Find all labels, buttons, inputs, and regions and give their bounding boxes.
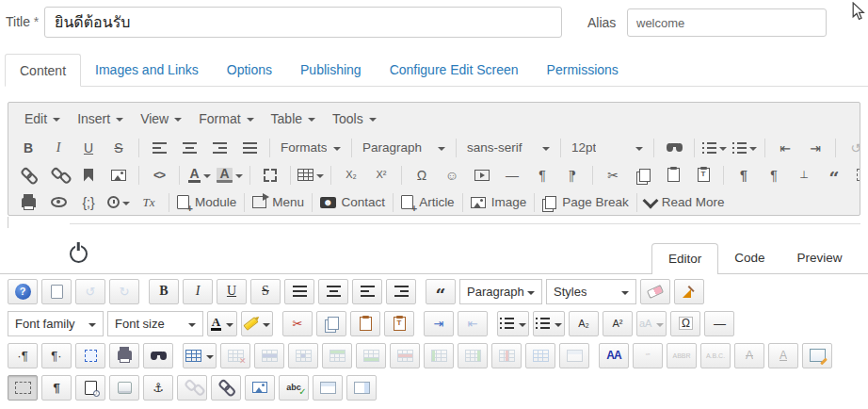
show-invisible-characters-button[interactable]: ¶ — [41, 375, 72, 401]
title-input[interactable] — [44, 7, 562, 38]
copy-button[interactable] — [316, 311, 346, 336]
tools-menu[interactable]: Tools — [324, 107, 385, 130]
background-color-button[interactable]: A — [216, 164, 244, 187]
align-center-button[interactable] — [175, 137, 203, 159]
insert-table-button[interactable] — [183, 343, 217, 368]
paragraph-format-select[interactable]: Paragraph — [459, 279, 542, 304]
format-menu[interactable]: Format — [190, 107, 262, 130]
tab-permissions[interactable]: Permissions — [533, 54, 633, 87]
paste-button[interactable] — [350, 311, 380, 336]
decrease-indent-button[interactable]: ⇤ — [771, 137, 799, 159]
ltr-button[interactable]: ¶ — [528, 164, 556, 187]
rtl-button[interactable]: ¶ — [558, 164, 587, 187]
cleanup-button[interactable] — [674, 279, 704, 304]
align-right-button[interactable] — [205, 137, 233, 159]
help-button[interactable]: ? — [8, 279, 38, 304]
formats-select[interactable]: Formats — [275, 137, 346, 159]
bold-button[interactable]: B — [14, 137, 42, 159]
font-size-select[interactable]: 12pt — [566, 137, 649, 159]
table-button[interactable] — [297, 164, 325, 187]
paste-as-text-button[interactable] — [384, 311, 414, 336]
find-replace-button[interactable] — [143, 343, 173, 368]
bold-button[interactable]: B — [149, 279, 179, 304]
align-justify-button[interactable] — [284, 279, 314, 304]
spell-check-button[interactable]: abc — [279, 375, 309, 401]
insert-menu[interactable]: Insert — [69, 107, 132, 130]
alias-input[interactable] — [627, 8, 827, 37]
tab-images-and-links[interactable]: Images and Links — [81, 54, 213, 87]
emoticons-button[interactable]: ☺ — [438, 164, 466, 187]
source-code-button[interactable]: <> — [145, 164, 173, 187]
strikethrough-button[interactable]: S — [104, 137, 133, 159]
special-character-button[interactable]: Ω — [670, 311, 700, 336]
superscript-button[interactable]: X² — [367, 164, 395, 187]
print-button[interactable] — [14, 191, 42, 214]
print-button[interactable] — [109, 343, 139, 368]
insert-image-button[interactable] — [104, 164, 133, 187]
insert-date-time-button[interactable] — [104, 191, 133, 214]
insert-read-more-button[interactable]: Read More — [643, 191, 727, 214]
ltr-button[interactable]: ·¶ — [8, 343, 38, 368]
remove-link-button[interactable] — [44, 164, 72, 187]
code-sample-button[interactable]: {;} — [74, 191, 103, 214]
text-color-button[interactable]: A — [185, 164, 214, 187]
blockquote-button[interactable]: “ — [820, 164, 848, 187]
tab-options[interactable]: Options — [213, 54, 286, 87]
bullet-list-button[interactable] — [700, 137, 729, 159]
align-left-button[interactable] — [145, 137, 173, 159]
insert-article-button[interactable]: Article — [399, 191, 457, 214]
highlight-color-button[interactable] — [241, 311, 273, 336]
insert-menu-link-button[interactable]: Menu — [250, 191, 306, 214]
tab-content[interactable]: Content — [5, 54, 81, 87]
show-blocks-button[interactable]: ¶ — [760, 164, 788, 187]
style-editor-button[interactable] — [109, 375, 139, 401]
paste-button[interactable] — [659, 164, 687, 187]
show-invisible-characters-button[interactable]: ¶ — [730, 164, 758, 187]
tab-publishing[interactable]: Publishing — [286, 54, 376, 87]
jce-tab-preview[interactable]: Preview — [781, 243, 859, 274]
bullet-list-button[interactable] — [533, 311, 565, 336]
align-right-button[interactable] — [386, 279, 416, 304]
numbered-list-button[interactable] — [497, 311, 529, 336]
strikethrough-button[interactable]: S — [250, 279, 281, 304]
subscript-button[interactable]: X₂ — [337, 164, 365, 187]
fullscreen-button[interactable] — [75, 343, 105, 368]
jce-tab-code[interactable]: Code — [718, 243, 780, 274]
fullscreen-button[interactable] — [256, 164, 284, 187]
align-center-button[interactable] — [318, 279, 348, 304]
paste-as-text-button[interactable] — [689, 164, 717, 187]
special-character-button[interactable]: Ω — [408, 164, 436, 187]
tab-configure-edit-screen[interactable]: Configure Edit Screen — [376, 54, 533, 87]
preview-page-button[interactable] — [75, 375, 105, 401]
rtl-button[interactable]: ¶· — [41, 343, 72, 368]
anchor-button[interactable]: ⚓ — [143, 375, 173, 401]
superscript-button[interactable]: A² — [603, 311, 633, 336]
insert-media-button[interactable] — [468, 164, 496, 187]
insert-contact-button[interactable]: ☻Contact — [318, 191, 387, 214]
align-left-button[interactable] — [352, 279, 382, 304]
font-family-select[interactable]: sans-serif — [461, 137, 555, 159]
horizontal-rule-button[interactable]: — — [498, 164, 526, 187]
edit-attributes-button[interactable] — [802, 343, 832, 368]
font-size-select[interactable]: Font size — [107, 311, 203, 336]
nonbreaking-space-button[interactable]: ⊥ — [790, 164, 818, 187]
text-color-button[interactable]: A — [207, 311, 237, 336]
preview-button[interactable] — [44, 191, 72, 214]
jce-tab-editor[interactable]: Editor — [651, 243, 718, 274]
font-family-select[interactable]: Font family — [8, 311, 104, 336]
underline-button[interactable]: U — [217, 279, 247, 304]
visual-aid-button[interactable] — [8, 375, 38, 401]
increase-indent-button[interactable]: ⇥ — [801, 137, 829, 159]
block-format-select[interactable]: Paragraph — [357, 137, 451, 159]
blockquote-button[interactable]: “ — [426, 279, 456, 304]
new-document-button[interactable] — [41, 279, 72, 304]
find-replace-button[interactable] — [660, 137, 688, 159]
anchor-button[interactable] — [74, 164, 103, 187]
subscript-button[interactable]: A₂ — [569, 311, 599, 336]
edit-menu[interactable]: Edit — [16, 107, 69, 130]
cut-button[interactable]: ✂ — [599, 164, 627, 187]
underline-button[interactable]: U — [74, 137, 103, 159]
numbered-list-button[interactable] — [731, 137, 759, 159]
copy-button[interactable] — [629, 164, 657, 187]
insert-page-break-button[interactable]: Page Break — [540, 191, 631, 214]
